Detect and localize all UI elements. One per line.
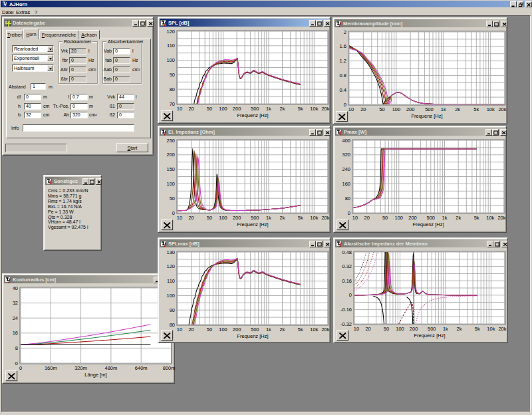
svg-text:20: 20 — [188, 327, 194, 333]
svg-text:0: 0 — [349, 292, 352, 298]
svg-text:5k: 5k — [475, 326, 480, 332]
svg-text:10: 10 — [348, 106, 354, 112]
svg-text:Frequenz [Hz]: Frequenz [Hz] — [237, 221, 268, 227]
svg-text:500: 500 — [427, 215, 436, 221]
svg-text:500: 500 — [251, 106, 259, 112]
svg-text:50: 50 — [207, 215, 212, 221]
svg-text:50: 50 — [170, 196, 175, 202]
svg-text:160m: 160m — [45, 365, 57, 371]
svg-text:100: 100 — [396, 326, 404, 332]
svg-text:20: 20 — [360, 106, 366, 112]
svg-text:200: 200 — [166, 152, 175, 158]
svg-text:80: 80 — [345, 196, 350, 202]
svg-text:2k: 2k — [457, 326, 462, 332]
svg-text:200: 200 — [233, 327, 241, 333]
svg-text:5k: 5k — [473, 106, 479, 112]
svg-text:2k: 2k — [456, 215, 461, 221]
svg-text:2k: 2k — [455, 106, 460, 112]
svg-text:0: 0 — [15, 360, 18, 366]
svg-text:0.16: 0.16 — [342, 278, 352, 284]
svg-text:2: 2 — [344, 29, 346, 35]
svg-text:130: 130 — [166, 249, 175, 255]
svg-text:10k: 10k — [310, 327, 318, 333]
svg-text:80: 80 — [170, 322, 175, 328]
svg-text:Länge [m]: Länge [m] — [84, 372, 106, 378]
svg-text:20k: 20k — [321, 106, 329, 112]
svg-text:200: 200 — [233, 215, 241, 221]
svg-text:400: 400 — [342, 138, 350, 144]
svg-text:100: 100 — [166, 181, 175, 187]
svg-text:70: 70 — [170, 101, 175, 107]
svg-text:100: 100 — [219, 327, 227, 333]
svg-text:1.6: 1.6 — [340, 43, 346, 49]
svg-text:10: 10 — [352, 215, 358, 221]
svg-text:20: 20 — [188, 215, 194, 221]
svg-text:0: 0 — [344, 102, 346, 108]
svg-text:20k: 20k — [497, 215, 505, 221]
svg-text:10: 10 — [177, 215, 182, 221]
svg-text:24: 24 — [13, 315, 18, 321]
svg-text:5k: 5k — [298, 106, 303, 112]
svg-text:50: 50 — [382, 215, 388, 221]
svg-text:-0.32: -0.32 — [340, 321, 352, 327]
svg-text:40: 40 — [13, 285, 18, 291]
svg-text:10k: 10k — [486, 215, 494, 221]
svg-text:1k: 1k — [443, 326, 448, 332]
svg-text:Frequenz [Hz]: Frequenz [Hz] — [237, 112, 268, 118]
svg-text:0: 0 — [348, 210, 350, 216]
svg-text:160: 160 — [342, 181, 350, 187]
svg-text:10k: 10k — [487, 106, 495, 112]
svg-text:200: 200 — [410, 326, 418, 332]
svg-text:Frequenz [Hz]: Frequenz [Hz] — [412, 221, 444, 227]
svg-text:5k: 5k — [474, 215, 479, 221]
svg-text:0: 0 — [19, 365, 22, 371]
svg-text:5k: 5k — [298, 215, 303, 221]
svg-text:90: 90 — [170, 307, 175, 313]
svg-text:20k: 20k — [321, 215, 329, 221]
svg-text:240: 240 — [342, 166, 350, 172]
svg-text:8: 8 — [15, 345, 18, 351]
svg-text:250: 250 — [166, 138, 175, 144]
svg-text:20: 20 — [188, 106, 194, 112]
svg-text:1k: 1k — [442, 215, 448, 221]
svg-text:10: 10 — [354, 326, 359, 332]
svg-text:100: 100 — [166, 57, 175, 63]
svg-text:110: 110 — [167, 43, 175, 49]
svg-text:0: 0 — [172, 210, 175, 216]
svg-text:50: 50 — [379, 106, 384, 112]
svg-text:2k: 2k — [280, 215, 285, 221]
svg-text:480m: 480m — [105, 365, 118, 371]
svg-text:500: 500 — [251, 327, 259, 333]
svg-text:0.32: 0.32 — [342, 263, 352, 269]
svg-text:10: 10 — [177, 327, 182, 333]
svg-text:640m: 640m — [135, 365, 148, 371]
svg-text:80: 80 — [170, 86, 175, 92]
svg-text:1.2: 1.2 — [340, 58, 346, 64]
svg-text:32: 32 — [13, 300, 18, 306]
svg-text:100: 100 — [395, 215, 404, 221]
svg-text:200: 200 — [408, 215, 417, 221]
svg-text:120: 120 — [166, 263, 175, 269]
svg-text:50: 50 — [207, 327, 212, 333]
svg-text:Frequenz [Hz]: Frequenz [Hz] — [237, 333, 268, 339]
svg-text:16: 16 — [13, 330, 18, 336]
svg-text:0.4: 0.4 — [340, 87, 346, 93]
svg-text:10k: 10k — [487, 326, 495, 332]
svg-text:20: 20 — [364, 215, 370, 221]
svg-text:100: 100 — [219, 215, 227, 221]
svg-text:1k: 1k — [266, 327, 271, 333]
svg-text:100: 100 — [219, 106, 227, 112]
svg-text:10: 10 — [177, 106, 182, 112]
svg-text:5k: 5k — [298, 327, 303, 333]
svg-text:1k: 1k — [441, 106, 446, 112]
svg-text:Frequenz [Hz]: Frequenz [Hz] — [414, 333, 445, 339]
svg-text:10k: 10k — [310, 215, 318, 221]
svg-text:150: 150 — [166, 166, 175, 172]
svg-text:320m: 320m — [74, 365, 87, 371]
svg-text:500: 500 — [425, 106, 434, 112]
svg-text:Frequenz [Hz]: Frequenz [Hz] — [411, 113, 442, 119]
svg-text:1k: 1k — [266, 215, 271, 221]
svg-text:50: 50 — [384, 326, 389, 332]
svg-text:100: 100 — [392, 106, 401, 112]
svg-text:110: 110 — [167, 278, 175, 284]
